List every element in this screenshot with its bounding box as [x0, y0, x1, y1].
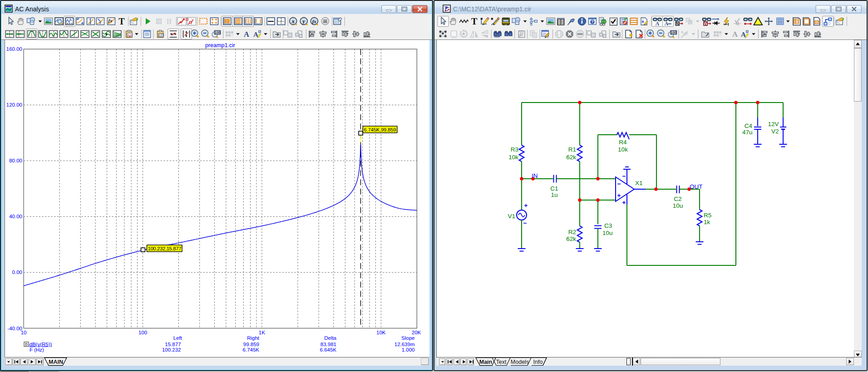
svg-text:10k: 10k	[508, 154, 518, 161]
svg-text:10: 10	[21, 330, 27, 335]
svg-text:AC Analysis: AC Analysis	[15, 5, 49, 13]
svg-text:C4: C4	[745, 122, 753, 129]
svg-text:C:\MC12\DATA\preamp1.cir: C:\MC12\DATA\preamp1.cir	[453, 5, 532, 13]
svg-text:1u: 1u	[551, 191, 557, 198]
svg-text:100: 100	[215, 30, 221, 34]
svg-text:A: A	[656, 21, 660, 26]
svg-text:Main: Main	[479, 359, 492, 365]
svg-text:preamp1.cir: preamp1.cir	[205, 42, 235, 49]
svg-text:10u: 10u	[602, 230, 613, 236]
svg-text:B: B	[25, 342, 28, 347]
svg-text:y: y	[301, 18, 305, 24]
svg-text:Text: Text	[496, 359, 507, 365]
svg-text:V1: V1	[508, 213, 515, 220]
svg-text:12.639m: 12.639m	[395, 342, 415, 347]
svg-text:12V: 12V	[768, 121, 779, 127]
svg-text:Models: Models	[511, 359, 529, 365]
svg-text:Slope: Slope	[401, 335, 414, 341]
svg-text:10k: 10k	[618, 146, 628, 153]
svg-text:6.645K: 6.645K	[320, 347, 337, 352]
svg-text:IN: IN	[532, 172, 538, 179]
svg-text:6.745K,99.859: 6.745K,99.859	[364, 127, 396, 132]
svg-text:47u: 47u	[742, 129, 753, 136]
svg-text:R1: R1	[568, 146, 576, 153]
svg-text:6.745K: 6.745K	[243, 347, 260, 352]
svg-text:T: T	[118, 16, 125, 26]
svg-text:100: 100	[671, 30, 677, 34]
svg-text:N: N	[676, 21, 679, 26]
svg-text:C3: C3	[604, 222, 612, 229]
svg-text:R2: R2	[568, 229, 576, 235]
svg-text:?: ?	[591, 20, 593, 24]
svg-text:40.00: 40.00	[9, 214, 22, 219]
svg-text:15.877: 15.877	[165, 342, 181, 347]
svg-text:fx: fx	[108, 18, 113, 23]
svg-text:X1: X1	[635, 180, 643, 186]
svg-text:A: A	[732, 30, 738, 39]
svg-text:100: 100	[138, 330, 147, 335]
svg-text:Delta: Delta	[324, 335, 336, 341]
svg-text:20K: 20K	[412, 330, 421, 335]
svg-text:F (Hz): F (Hz)	[30, 347, 44, 352]
svg-text:R4: R4	[619, 139, 627, 146]
svg-text:T: T	[471, 16, 478, 26]
svg-text:dB(v(R5)): dB(v(R5))	[30, 342, 52, 347]
svg-text:Info: Info	[533, 359, 543, 365]
svg-text:10u: 10u	[673, 202, 683, 209]
svg-text:62k: 62k	[566, 154, 576, 161]
svg-text:1K: 1K	[259, 330, 265, 335]
svg-text:123: 123	[158, 34, 163, 37]
svg-text:80.00: 80.00	[9, 158, 22, 163]
svg-text:1.000: 1.000	[402, 347, 415, 352]
svg-text:1k: 1k	[704, 219, 710, 225]
svg-text:A: A	[244, 30, 250, 39]
svg-text:Left: Left	[173, 335, 182, 341]
svg-text:C1: C1	[550, 185, 558, 192]
svg-text:Right: Right	[247, 335, 260, 341]
svg-text:R5: R5	[704, 212, 711, 219]
svg-text:OUT: OUT	[690, 183, 703, 190]
svg-text:R3: R3	[511, 146, 518, 153]
svg-text:100.232,15.877: 100.232,15.877	[148, 246, 182, 251]
svg-text:160.00: 160.00	[6, 46, 22, 52]
svg-text:100.232: 100.232	[162, 347, 181, 352]
svg-text:120.00: 120.00	[6, 102, 22, 108]
svg-text:MAIN: MAIN	[49, 359, 63, 365]
svg-text:0.00: 0.00	[12, 269, 22, 275]
svg-text:fx: fx	[312, 19, 317, 24]
svg-text:V: V	[704, 21, 707, 26]
svg-text:99.859: 99.859	[243, 342, 259, 347]
svg-text:62k: 62k	[566, 235, 576, 242]
svg-text:V2: V2	[771, 128, 779, 135]
svg-text:10K: 10K	[376, 330, 386, 335]
svg-text:C2: C2	[674, 196, 681, 202]
svg-text:A: A	[665, 21, 669, 26]
svg-text:83.981: 83.981	[321, 342, 336, 347]
svg-text:-40.00: -40.00	[7, 326, 22, 331]
svg-text:x: x	[291, 18, 295, 24]
